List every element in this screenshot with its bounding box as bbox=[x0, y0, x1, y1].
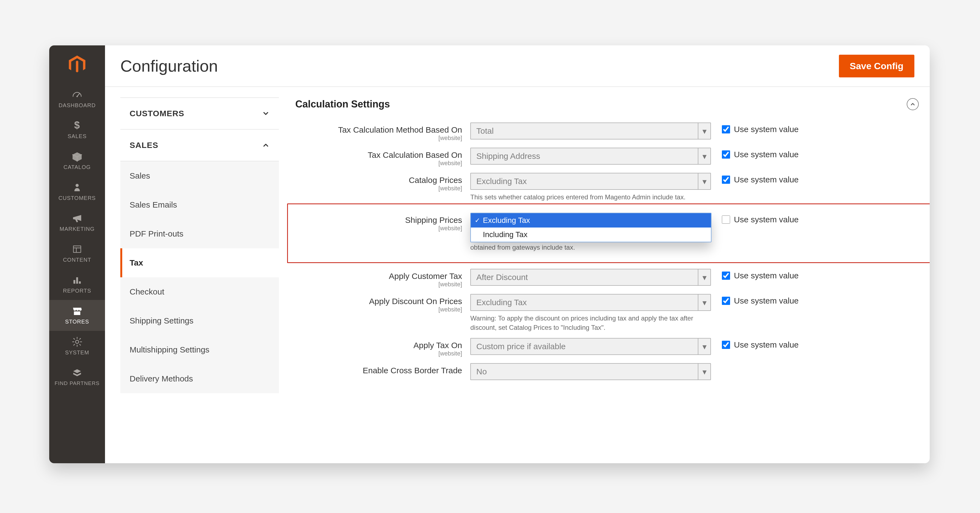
use-system-apply-on[interactable]: Use system value bbox=[722, 338, 799, 349]
select-value: After Discount bbox=[476, 272, 528, 282]
field-label: Tax Calculation Based On bbox=[295, 150, 462, 160]
select-value: Total bbox=[476, 126, 493, 135]
scope-label: [website] bbox=[295, 306, 462, 313]
partners-icon bbox=[70, 367, 84, 379]
subnav-sales-emails[interactable]: Sales Emails bbox=[120, 190, 279, 219]
caret-icon: ▾ bbox=[698, 339, 710, 354]
group-customers[interactable]: CUSTOMERS bbox=[120, 98, 279, 130]
svg-point-0 bbox=[76, 96, 78, 97]
use-system-method[interactable]: Use system value bbox=[722, 123, 799, 134]
field-label: Enable Cross Border Trade bbox=[295, 366, 462, 375]
rail-label: CATALOG bbox=[64, 164, 91, 170]
use-system-checkbox[interactable] bbox=[722, 175, 730, 184]
discount-select[interactable]: Excluding Tax▾ bbox=[470, 294, 711, 311]
field-label: Apply Customer Tax bbox=[295, 272, 462, 281]
scope-label: [website] bbox=[295, 185, 462, 192]
chevron-up-icon bbox=[910, 101, 916, 107]
option-excluding-tax[interactable]: Excluding Tax bbox=[471, 213, 711, 228]
select-value: Shipping Address bbox=[476, 151, 540, 161]
tax-method-select[interactable]: Total ▾ bbox=[470, 123, 711, 139]
based-on-select[interactable]: Shipping Address▾ bbox=[470, 148, 711, 165]
scope-label: [website] bbox=[295, 350, 462, 357]
dashboard-icon bbox=[70, 89, 84, 100]
scope-label: [website] bbox=[295, 225, 462, 232]
rail-stores[interactable]: STORES bbox=[49, 300, 105, 331]
rail-label: DASHBOARD bbox=[59, 102, 96, 108]
caret-icon: ▾ bbox=[698, 123, 710, 139]
field-note: Warning: To apply the discount on prices… bbox=[470, 311, 705, 332]
gear-icon bbox=[70, 336, 84, 348]
config-sidebar: SECURITY CUSTOMERS SALES Sales Sales Ema… bbox=[105, 86, 279, 463]
rail-customers[interactable]: CUSTOMERS bbox=[49, 176, 105, 207]
dollar-icon: $ bbox=[70, 119, 84, 132]
scope-label: [website] bbox=[295, 160, 462, 167]
rail-label: FIND PARTNERS bbox=[55, 381, 100, 386]
subnav-tax[interactable]: Tax bbox=[120, 248, 279, 277]
field-note: This sets whether catalog prices entered… bbox=[470, 190, 705, 202]
field-catalog-prices: Catalog Prices[website] Excluding Tax▾ T… bbox=[295, 167, 919, 202]
barchart-icon bbox=[70, 274, 84, 286]
subnav-sales[interactable]: Sales bbox=[120, 161, 279, 190]
body: SECURITY CUSTOMERS SALES Sales Sales Ema… bbox=[105, 86, 930, 463]
rail-dashboard[interactable]: DASHBOARD bbox=[49, 84, 105, 115]
rail-catalog[interactable]: CATALOG bbox=[49, 145, 105, 176]
subnav-multishipping[interactable]: Multishipping Settings bbox=[120, 335, 279, 364]
field-shipping-prices: Shipping Prices[website] Excluding Tax I… bbox=[295, 207, 919, 252]
person-icon bbox=[70, 181, 84, 193]
field-label: Tax Calculation Method Based On bbox=[295, 125, 462, 135]
group-label: CUSTOMERS bbox=[130, 109, 184, 118]
caret-icon: ▾ bbox=[698, 174, 710, 189]
use-system-checkbox[interactable] bbox=[722, 272, 730, 280]
subnav-pdf[interactable]: PDF Print-outs bbox=[120, 219, 279, 248]
field-label: Apply Tax On bbox=[295, 341, 462, 350]
use-system-discount[interactable]: Use system value bbox=[722, 294, 799, 306]
svg-rect-7 bbox=[76, 277, 78, 284]
use-system-catalog[interactable]: Use system value bbox=[722, 173, 799, 184]
rail-label: CUSTOMERS bbox=[59, 195, 96, 201]
magento-logo bbox=[49, 45, 105, 84]
use-system-checkbox[interactable] bbox=[722, 215, 730, 224]
collapse-section-button[interactable] bbox=[907, 98, 919, 110]
apply-tax-on-select[interactable]: Custom price if available▾ bbox=[470, 338, 711, 355]
save-config-button[interactable]: Save Config bbox=[839, 55, 915, 77]
rail-label: MARKETING bbox=[60, 226, 95, 232]
rail-sales[interactable]: $ SALES bbox=[49, 115, 105, 145]
rail-partners[interactable]: FIND PARTNERS bbox=[49, 362, 105, 386]
use-system-customer-tax[interactable]: Use system value bbox=[722, 269, 799, 280]
select-value: Excluding Tax bbox=[476, 298, 527, 307]
rail-label: REPORTS bbox=[63, 288, 91, 294]
section-title: Calculation Settings bbox=[295, 99, 390, 110]
store-icon bbox=[70, 305, 84, 317]
rail-reports[interactable]: REPORTS bbox=[49, 269, 105, 300]
subnav-shipping-settings[interactable]: Shipping Settings bbox=[120, 306, 279, 335]
admin-window: DASHBOARD $ SALES CATALOG CUSTOMERS MARK… bbox=[49, 45, 930, 463]
subnav-checkout[interactable]: Checkout bbox=[120, 277, 279, 306]
rail-label: STORES bbox=[65, 319, 89, 325]
svg-point-9 bbox=[75, 340, 79, 343]
rail-marketing[interactable]: MARKETING bbox=[49, 207, 105, 238]
rail-label: SALES bbox=[68, 133, 86, 139]
use-system-checkbox[interactable] bbox=[722, 297, 730, 305]
rail-content[interactable]: CONTENT bbox=[49, 238, 105, 269]
rail-system[interactable]: SYSTEM bbox=[49, 331, 105, 362]
use-system-checkbox[interactable] bbox=[722, 341, 730, 349]
option-including-tax[interactable]: Including Tax bbox=[471, 228, 711, 242]
topbar: Configuration Save Config bbox=[105, 45, 930, 86]
scope-label: [website] bbox=[295, 281, 462, 288]
group-sales[interactable]: SALES bbox=[120, 130, 279, 161]
shipping-prices-dropdown[interactable]: Excluding Tax Including Tax bbox=[470, 213, 711, 242]
use-system-checkbox[interactable] bbox=[722, 125, 730, 134]
use-system-based-on[interactable]: Use system value bbox=[722, 148, 799, 159]
use-system-shipping[interactable]: Use system value bbox=[722, 213, 799, 224]
catalog-prices-select[interactable]: Excluding Tax▾ bbox=[470, 173, 711, 190]
subnav-delivery[interactable]: Delivery Methods bbox=[120, 364, 279, 393]
caret-icon: ▾ bbox=[698, 269, 710, 285]
field-cross-border: Enable Cross Border Trade No▾ bbox=[295, 357, 919, 380]
rail-label: CONTENT bbox=[63, 257, 91, 263]
field-based-on: Tax Calculation Based On[website] Shippi… bbox=[295, 142, 919, 167]
box-icon bbox=[70, 150, 84, 163]
cross-border-select[interactable]: No▾ bbox=[470, 363, 711, 380]
use-system-checkbox[interactable] bbox=[722, 150, 730, 159]
group-security-cut[interactable]: SECURITY bbox=[120, 87, 279, 98]
customer-tax-select[interactable]: After Discount▾ bbox=[470, 269, 711, 286]
